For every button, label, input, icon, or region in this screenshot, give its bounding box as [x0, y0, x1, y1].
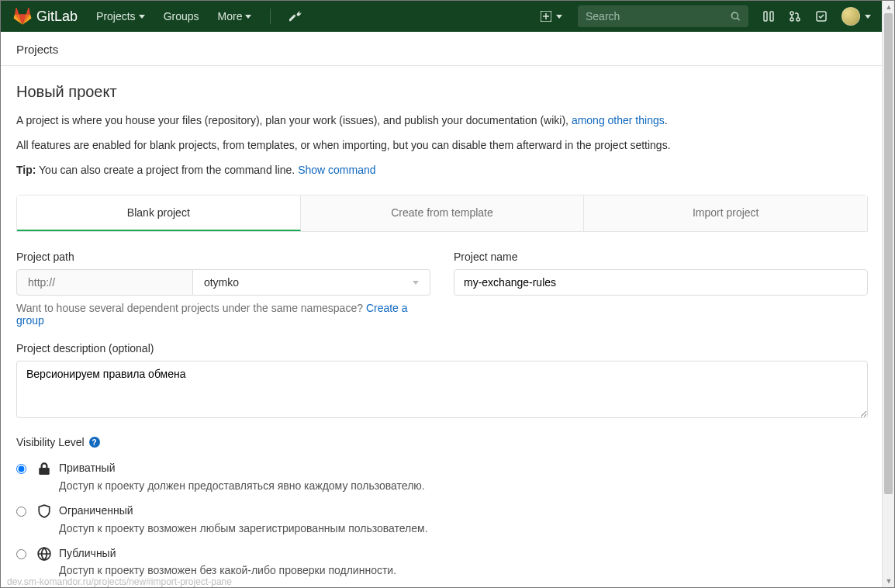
namespace-help: Want to house several dependent projects… [16, 302, 430, 327]
svg-rect-2 [770, 12, 773, 21]
chevron-down-icon [139, 15, 145, 19]
brand-label: GitLab [36, 9, 78, 25]
visibility-description: Доступ к проекту возможен любым зарегист… [59, 521, 428, 537]
visibility-radio[interactable] [16, 549, 26, 559]
visibility-title: Публичный [59, 546, 396, 562]
chevron-down-icon [245, 15, 251, 19]
page-tip: Tip: You can also create a project from … [16, 161, 868, 180]
visibility-title: Приватный [59, 461, 425, 476]
avatar [841, 7, 860, 26]
project-kind-tabs: Blank project Create from template Impor… [16, 195, 868, 232]
tanuki-icon [13, 7, 32, 26]
project-path-label: Project path [16, 251, 430, 263]
visibility-option[interactable]: ПриватныйДоступ к проекту должен предост… [16, 461, 868, 494]
visibility-option[interactable]: ПубличныйДоступ к проекту возможен без к… [16, 546, 868, 579]
nav-projects[interactable]: Projects [88, 5, 153, 27]
tab-create-from-template[interactable]: Create from template [301, 195, 585, 231]
namespace-select[interactable]: otymko [193, 269, 430, 296]
project-name-label: Project name [454, 251, 868, 263]
search-icon [731, 11, 741, 22]
primary-nav: Projects Groups More [88, 5, 309, 27]
chevron-down-icon [413, 281, 419, 285]
scrollbar-thumb[interactable] [884, 13, 893, 494]
new-dropdown[interactable] [534, 8, 568, 25]
search-input[interactable] [586, 10, 726, 22]
plus-square-icon [541, 11, 551, 22]
project-path-prefix: http:// [16, 269, 193, 296]
visibility-description: Доступ к проекту должен предоставляться … [59, 478, 425, 494]
visibility-level-label: Visibility Level [16, 436, 85, 448]
todos-icon [815, 10, 828, 22]
status-bar-url: dev.sm-komandor.ru/projects/new#import-p… [1, 575, 238, 588]
project-description-label: Project description (optional) [16, 342, 868, 355]
svg-rect-1 [764, 12, 767, 21]
svg-point-4 [790, 18, 793, 21]
nav-more[interactable]: More [210, 5, 260, 27]
issues-icon-button[interactable] [762, 10, 775, 22]
scroll-up-arrow-icon[interactable]: ▲ [883, 1, 895, 13]
tab-import-project[interactable]: Import project [584, 195, 867, 231]
nav-divider [270, 9, 271, 24]
tip-label: Tip: [16, 164, 36, 176]
chevron-down-icon [556, 15, 562, 19]
project-description-input[interactable] [16, 361, 868, 418]
svg-point-5 [797, 18, 800, 21]
page-description-2: All features are enabled for blank proje… [16, 137, 868, 155]
admin-wrench[interactable] [282, 5, 309, 27]
lock-icon [37, 462, 51, 476]
merge-request-icon [789, 10, 801, 22]
page-title: Новый проект [16, 83, 868, 101]
nav-groups[interactable]: Groups [156, 5, 207, 27]
svg-point-3 [790, 12, 793, 15]
todos-icon-button[interactable] [815, 10, 828, 22]
among-other-things-link[interactable]: among other things [572, 114, 665, 126]
page-description-1: A project is where you house your files … [16, 112, 868, 130]
tab-blank-project[interactable]: Blank project [17, 195, 301, 231]
project-name-input[interactable] [454, 269, 868, 296]
merge-requests-icon-button[interactable] [789, 10, 801, 22]
issues-icon [762, 10, 775, 22]
scroll-down-arrow-icon[interactable]: ▼ [883, 575, 895, 587]
chevron-down-icon [865, 15, 871, 19]
user-menu[interactable] [841, 7, 871, 26]
visibility-option[interactable]: ОграниченныйДоступ к проекту возможен лю… [16, 503, 868, 537]
wrench-icon [289, 10, 302, 22]
gitlab-header: GitLab Projects Groups More [1, 1, 883, 32]
help-icon[interactable]: ? [89, 437, 100, 448]
shield-icon [37, 504, 51, 518]
visibility-radio[interactable] [16, 464, 26, 474]
visibility-title: Ограниченный [59, 503, 428, 519]
globe-icon [37, 547, 51, 561]
breadcrumb-item[interactable]: Projects [16, 43, 58, 56]
breadcrumb: Projects [1, 32, 883, 66]
namespace-selected: otymko [204, 276, 239, 289]
gitlab-logo[interactable]: GitLab [13, 7, 78, 26]
visibility-radio[interactable] [16, 507, 26, 517]
show-command-link[interactable]: Show command [298, 164, 375, 176]
vertical-scrollbar[interactable]: ▲ ▼ [882, 1, 894, 587]
search-box[interactable] [578, 5, 748, 27]
